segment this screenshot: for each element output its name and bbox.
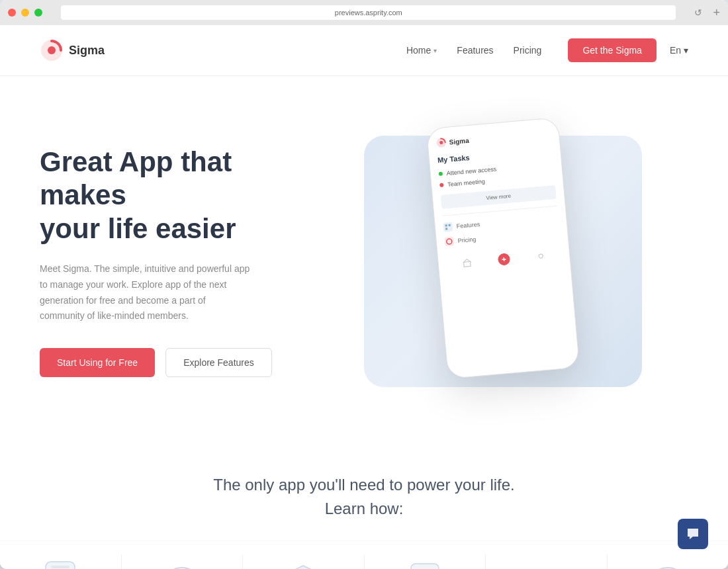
phone-section-title: My Tasks — [437, 146, 553, 164]
url-text: previews.asprity.com — [335, 9, 402, 17]
hero-section: Great App that makes your life easier Me… — [0, 76, 728, 433]
phone-logo-icon — [435, 137, 447, 148]
browser-chrome: previews.asprity.com ↺ + — [0, 0, 728, 25]
home-icon — [462, 257, 472, 267]
phone-logo-text: Sigma — [449, 136, 469, 146]
feature-security — [243, 554, 365, 569]
plus-icon — [498, 253, 511, 266]
svg-line-10 — [502, 259, 506, 260]
feature-users — [486, 554, 608, 569]
svg-rect-8 — [464, 261, 471, 267]
hero-left: Great App that makes your life easier Me… — [40, 146, 318, 377]
get-sigma-button[interactable]: Get the Sigma — [568, 38, 657, 62]
logo-text: Sigma — [69, 44, 105, 58]
features-nav-icon — [443, 222, 453, 232]
logo-icon — [40, 38, 64, 62]
explore-features-button[interactable]: Explore Features — [165, 348, 272, 377]
svg-rect-4 — [445, 224, 447, 226]
phone-mockup: Sigma My Tasks Attend new access Team me… — [426, 117, 580, 379]
minimize-button[interactable] — [21, 9, 29, 17]
settings-icon — [536, 251, 546, 261]
nav-links: Home ▾ Features Pricing — [406, 45, 541, 56]
start-free-button[interactable]: Start Using for Free — [40, 348, 155, 377]
svg-rect-5 — [449, 224, 451, 226]
shield-icon-area — [277, 561, 330, 569]
close-button[interactable] — [8, 9, 16, 17]
maximize-button[interactable] — [34, 9, 42, 17]
feature-mobile — [365, 554, 486, 569]
language-selector[interactable]: En ▾ — [670, 45, 688, 56]
hero-right: Sigma My Tasks Attend new access Team me… — [318, 136, 688, 387]
support-clock-icon: 24h — [645, 564, 691, 569]
tagline-section: The only app you'll need to power your l… — [0, 433, 728, 541]
svg-point-7 — [446, 239, 452, 245]
page-content: Sigma Home ▾ Features Pricing Get the Si… — [0, 25, 728, 569]
users-icon-area — [520, 561, 572, 569]
reload-button[interactable]: ↺ — [694, 7, 702, 18]
mobile-icon-area — [398, 561, 451, 569]
hero-title: Great App that makes your life easier — [40, 146, 291, 245]
svg-point-11 — [539, 254, 543, 259]
feature-sync — [122, 554, 244, 569]
support-icon-area: 24h — [641, 561, 694, 569]
new-tab-button[interactable]: + — [713, 6, 720, 20]
users-icon — [523, 564, 569, 569]
lang-label: En — [670, 45, 681, 56]
sync-icon-area — [156, 561, 208, 569]
nav-home[interactable]: Home ▾ — [406, 45, 437, 56]
feature-free: Free — [0, 554, 122, 569]
hero-description: Meet Sigma. The simple, intuitive and po… — [40, 261, 251, 324]
phone-view-more[interactable]: View more — [441, 185, 557, 209]
navbar: Sigma Home ▾ Features Pricing Get the Si… — [0, 25, 728, 76]
shield-icon — [283, 564, 323, 569]
task-dot-icon — [439, 172, 443, 177]
free-icon-area: Free — [34, 561, 87, 569]
browser-window: previews.asprity.com ↺ + Sigma Home ▾ — [0, 0, 728, 569]
svg-rect-6 — [445, 228, 447, 230]
features-row: Free — [0, 541, 728, 569]
logo[interactable]: Sigma — [40, 38, 105, 62]
chat-icon — [685, 526, 701, 542]
nav-features[interactable]: Features — [457, 45, 493, 56]
mobile-icon — [409, 562, 441, 569]
feature-support: 24h — [608, 554, 729, 569]
address-bar[interactable]: previews.asprity.com — [61, 5, 676, 20]
chevron-down-icon: ▾ — [684, 45, 688, 56]
support-chat-button[interactable] — [678, 519, 708, 549]
nav-pricing[interactable]: Pricing — [514, 45, 542, 56]
svg-point-1 — [48, 46, 56, 54]
phone-background: Sigma My Tasks Attend new access Team me… — [364, 136, 642, 387]
phone-screen: Sigma My Tasks Attend new access Team me… — [427, 118, 571, 285]
tagline-text: The only app you'll need to power your l… — [40, 473, 688, 521]
chevron-down-icon: ▾ — [433, 47, 437, 54]
svg-rect-14 — [51, 566, 69, 568]
phone-bottom-bar — [445, 243, 562, 275]
task-dot-icon — [439, 183, 444, 187]
hero-buttons: Start Using for Free Explore Features — [40, 348, 291, 377]
phone-logo: Sigma — [435, 128, 551, 148]
sync-icon — [159, 564, 205, 569]
phone-free-icon — [43, 560, 77, 569]
pricing-nav-icon — [444, 236, 454, 246]
svg-rect-19 — [411, 564, 439, 569]
